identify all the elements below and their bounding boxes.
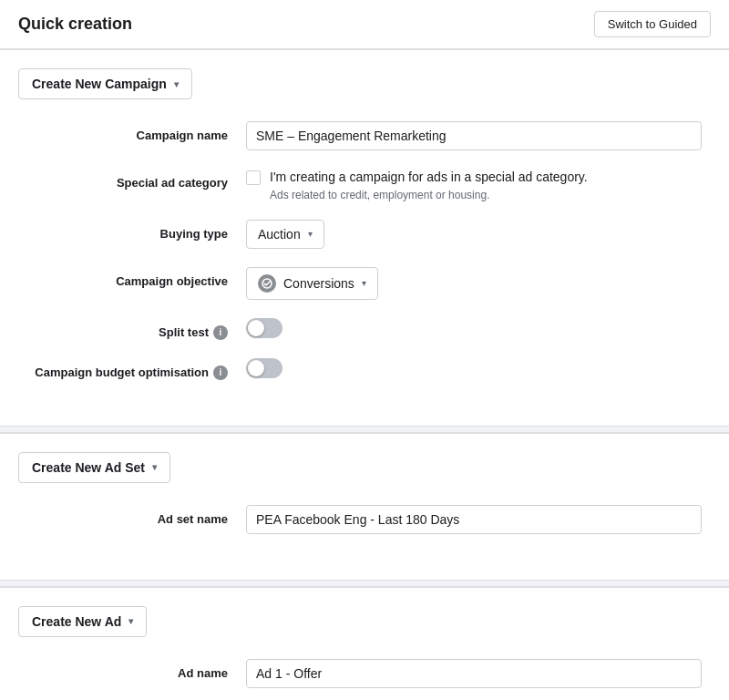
objective-arrow-icon: ▾	[362, 278, 366, 288]
page-header: Quick creation Switch to Guided	[0, 0, 729, 49]
split-test-label-group: Split test i	[159, 325, 228, 340]
special-ad-category-subtext: Ads related to credit, employment or hou…	[270, 189, 588, 201]
ad-name-input[interactable]	[246, 659, 702, 688]
buying-type-row: Buying type Auction ▾	[18, 220, 711, 249]
campaign-section: Create New Campaign ▾ Campaign name Spec…	[0, 49, 729, 426]
special-ad-category-text: I'm creating a campaign for ads in a spe…	[270, 169, 588, 187]
page-title: Quick creation	[18, 15, 132, 34]
special-ad-category-checkbox[interactable]	[246, 170, 261, 185]
ad-section: Create New Ad ▾ Ad name	[0, 587, 729, 700]
campaign-budget-text: Campaign budget optimisation	[35, 365, 209, 379]
special-ad-category-text-block: I'm creating a campaign for ads in a spe…	[270, 169, 588, 201]
ad-set-dropdown-arrow-icon: ▾	[152, 462, 157, 472]
conversions-icon	[258, 274, 276, 293]
campaign-budget-toggle[interactable]	[246, 358, 282, 378]
buying-type-dropdown[interactable]: Auction ▾	[246, 220, 324, 249]
special-ad-category-content: I'm creating a campaign for ads in a spe…	[246, 169, 702, 201]
campaign-budget-label-group: Campaign budget optimisation i	[35, 365, 228, 380]
ad-name-content	[246, 659, 702, 688]
create-campaign-label: Create New Campaign	[32, 77, 167, 91]
conversions-svg	[262, 278, 272, 289]
ad-set-name-row: Ad set name	[18, 505, 711, 534]
campaign-name-input[interactable]	[246, 121, 702, 150]
create-new-ad-set-button[interactable]: Create New Ad Set ▾	[18, 452, 170, 483]
ad-name-row: Ad name	[18, 659, 711, 688]
split-test-label: Split test i	[27, 318, 246, 340]
ad-set-name-input[interactable]	[246, 505, 702, 534]
section-divider-2	[0, 580, 729, 587]
special-ad-checkbox-row: I'm creating a campaign for ads in a spe…	[246, 169, 702, 201]
campaign-dropdown-arrow-icon: ▾	[174, 79, 179, 89]
ad-dropdown-arrow-icon: ▾	[128, 616, 133, 626]
buying-type-label: Buying type	[27, 220, 246, 241]
campaign-name-content	[246, 121, 702, 150]
campaign-objective-content: Conversions ▾	[246, 267, 702, 300]
split-test-toggle-thumb	[248, 320, 264, 336]
split-test-content	[246, 318, 702, 338]
ad-set-name-label: Ad set name	[27, 505, 246, 526]
buying-type-content: Auction ▾	[246, 220, 702, 249]
create-ad-set-label: Create New Ad Set	[32, 460, 145, 475]
special-ad-category-label: Special ad category	[27, 169, 246, 190]
ad-name-label: Ad name	[27, 659, 246, 680]
ad-set-name-content	[246, 505, 702, 534]
campaign-objective-row: Campaign objective Conversions ▾	[18, 267, 711, 300]
campaign-budget-toggle-thumb	[248, 360, 264, 376]
campaign-budget-label: Campaign budget optimisation i	[27, 358, 246, 380]
campaign-name-label: Campaign name	[27, 121, 246, 142]
campaign-objective-dropdown[interactable]: Conversions ▾	[246, 267, 378, 300]
split-test-toggle[interactable]	[246, 318, 282, 338]
campaign-budget-info-icon[interactable]: i	[213, 365, 228, 380]
create-ad-label: Create New Ad	[32, 614, 121, 629]
buying-type-value: Auction	[258, 227, 301, 242]
ad-set-section: Create New Ad Set ▾ Ad set name	[0, 433, 729, 580]
split-test-row: Split test i	[18, 318, 711, 340]
campaign-name-row: Campaign name	[18, 121, 711, 150]
split-test-text: Split test	[159, 325, 209, 339]
campaign-budget-toggle-row	[246, 358, 702, 378]
campaign-budget-row: Campaign budget optimisation i	[18, 358, 711, 380]
create-new-campaign-button[interactable]: Create New Campaign ▾	[18, 68, 192, 99]
section-divider-1	[0, 426, 729, 433]
switch-guided-button[interactable]: Switch to Guided	[594, 11, 711, 37]
split-test-toggle-row	[246, 318, 702, 338]
split-test-info-icon[interactable]: i	[213, 325, 228, 340]
create-new-ad-button[interactable]: Create New Ad ▾	[18, 606, 147, 637]
campaign-objective-value: Conversions	[283, 276, 354, 291]
special-ad-category-row: Special ad category I'm creating a campa…	[18, 169, 711, 201]
campaign-objective-label: Campaign objective	[27, 267, 246, 288]
campaign-budget-content	[246, 358, 702, 378]
buying-type-arrow-icon: ▾	[308, 229, 313, 239]
